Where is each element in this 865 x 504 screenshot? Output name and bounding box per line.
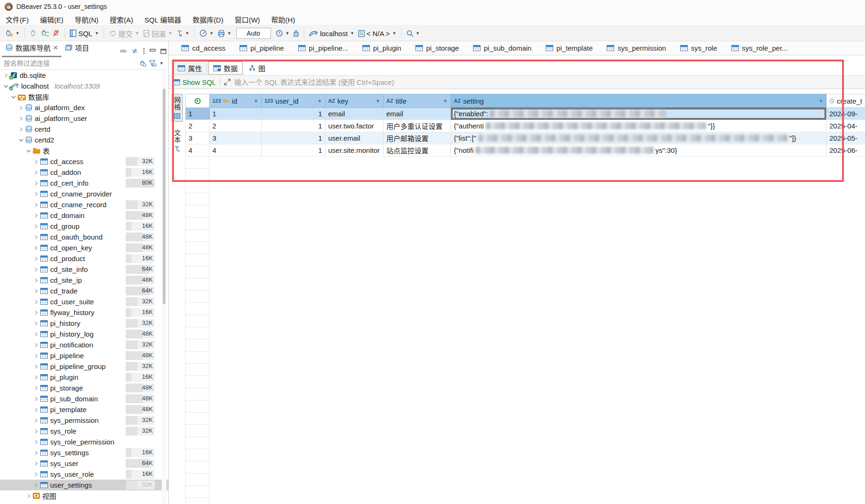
menu-item[interactable]: 帮助(H)	[266, 14, 301, 25]
cell-user-id[interactable]: 1	[262, 132, 325, 144]
chevron-right-icon[interactable]	[33, 202, 39, 208]
editor-tab-pi_pipeline[interactable]: pi_pipeline	[233, 41, 291, 55]
column-header-title[interactable]: AZtitle▼	[384, 94, 451, 108]
cell-id[interactable]: 2	[210, 120, 262, 132]
menu-item[interactable]: SQL 编辑器	[139, 14, 187, 25]
dropdown-arrow-icon[interactable]: ▼	[95, 31, 99, 36]
tree-item-flyway_history[interactable]: flyway_history16K	[0, 307, 168, 318]
expand-filter-icon[interactable]	[224, 79, 231, 85]
tree-item-pi_notification[interactable]: pi_notification32K	[0, 339, 168, 350]
tree-item-cd_access[interactable]: cd_access32K	[0, 156, 168, 167]
tree-item-cd_cname_provider[interactable]: cd_cname_provider	[0, 188, 168, 199]
chevron-right-icon[interactable]	[18, 115, 24, 122]
transaction-log-button[interactable]: ▼	[174, 29, 191, 38]
sql-filter-input[interactable]	[234, 78, 861, 86]
chevron-right-icon[interactable]	[33, 223, 39, 230]
chevron-right-icon[interactable]	[33, 385, 39, 391]
table-row[interactable]: 2 2 1 user.two.factor 用户多重认证设置 {"authent…	[185, 120, 865, 132]
cell-key[interactable]: user.email	[325, 132, 384, 144]
column-dropdown-icon[interactable]: ▼	[819, 98, 823, 104]
dropdown-arrow-icon[interactable]: ▼	[135, 31, 139, 36]
dropdown-arrow-icon[interactable]: ▼	[168, 31, 173, 36]
chevron-right-icon[interactable]	[33, 245, 39, 251]
commit-mode-select[interactable]: Auto	[236, 28, 271, 39]
tree-item-cd_user_suite[interactable]: cd_user_suite32K	[0, 296, 168, 307]
tree-item-sys_user_role[interactable]: sys_user_role16K	[0, 469, 168, 480]
funnel-filter-icon[interactable]	[149, 60, 157, 67]
cell-create-time[interactable]: 2025-05-	[827, 132, 865, 144]
tree-item-cd_site_info[interactable]: cd_site_info64K	[0, 264, 168, 275]
editor-tab-sys_role[interactable]: sys_role	[673, 41, 724, 55]
tree-item-clipped[interactable]	[0, 501, 168, 504]
connection-filter-input[interactable]	[2, 60, 139, 67]
chevron-right-icon[interactable]	[33, 158, 39, 165]
chevron-right-icon[interactable]	[25, 493, 32, 499]
dropdown-arrow-icon[interactable]: ▼	[159, 61, 164, 66]
cell-setting[interactable]: {"authenti"}}	[451, 120, 827, 132]
chevron-right-icon[interactable]	[33, 428, 39, 435]
chevron-right-icon[interactable]	[33, 309, 39, 316]
export-button[interactable]: ▼	[216, 29, 233, 38]
presentation-textview[interactable]: 文本	[172, 127, 183, 155]
chevron-right-icon[interactable]	[33, 212, 39, 219]
table-row[interactable]: 4 4 1 user.site.monitor 站点监控设置 {"notifiy…	[185, 144, 865, 157]
chevron-right-icon[interactable]	[33, 234, 39, 241]
row-number[interactable]: 4	[185, 144, 210, 157]
column-header-user_id[interactable]: 123user_id▼	[262, 94, 325, 108]
cell-title[interactable]: 站点监控设置	[384, 144, 451, 157]
performance-button[interactable]: ▼	[197, 28, 216, 38]
chevron-right-icon[interactable]	[33, 353, 39, 359]
commit-button[interactable]: 提交 ▼	[107, 27, 141, 40]
tree-item-cd_product[interactable]: cd_product16K	[0, 253, 168, 264]
dropdown-arrow-icon[interactable]: ▼	[227, 31, 232, 36]
tree-item-pi_history[interactable]: pi_history32K	[0, 318, 168, 329]
transaction-history-button[interactable]: ▼	[274, 28, 292, 38]
row-number[interactable]: 3	[185, 132, 210, 144]
column-dropdown-icon[interactable]: ▼	[317, 98, 322, 104]
tree-item-pi_template[interactable]: pi_template48K	[0, 404, 168, 415]
dropdown-arrow-icon[interactable]: ▼	[185, 31, 189, 36]
cell-setting[interactable]: {"notifiys":30}	[451, 144, 827, 157]
tree-item-sys_role[interactable]: sys_role32K	[0, 426, 168, 436]
chevron-right-icon[interactable]	[33, 331, 39, 338]
editor-tab-pi_sub_domain[interactable]: pi_sub_domain	[466, 41, 539, 55]
dropdown-arrow-icon[interactable]: ▼	[210, 31, 214, 36]
dropdown-arrow-icon[interactable]: ▼	[392, 31, 397, 36]
editor-tab-sys_permission[interactable]: sys_permission	[600, 41, 673, 55]
column-header-create_t[interactable]: create_t	[827, 94, 865, 108]
chevron-right-icon[interactable]	[33, 417, 39, 424]
cell-user-id[interactable]: 1	[262, 144, 325, 157]
chevron-right-icon[interactable]	[33, 482, 39, 489]
cell-setting[interactable]: {"enabled":	[451, 108, 827, 120]
result-tab-数据[interactable]: 数据	[208, 61, 243, 75]
tab-projects[interactable]: 项目	[61, 40, 93, 57]
scrollbar-thumb[interactable]	[163, 89, 165, 304]
database-selector[interactable]: < N/A > ▼	[356, 28, 399, 39]
tree-item-pi_history_log[interactable]: pi_history_log48K	[0, 329, 168, 339]
column-header-id[interactable]: 123id▼	[210, 94, 262, 108]
chevron-right-icon[interactable]	[33, 169, 39, 176]
tree-item-certd[interactable]: certd	[0, 124, 168, 135]
table-row[interactable]: 3 3 1 user.email 用户邮箱设置 {"list":[""]} 20…	[185, 132, 865, 144]
connection-selector[interactable]: localhost ▼	[307, 28, 356, 39]
chevron-right-icon[interactable]	[18, 126, 24, 133]
menu-item[interactable]: 编辑(E)	[34, 14, 69, 25]
column-dropdown-icon[interactable]: ▼	[376, 98, 380, 104]
row-number[interactable]: 1	[185, 108, 210, 120]
show-sql-button[interactable]: Show SQL	[173, 78, 216, 86]
cell-title[interactable]: 用户多重认证设置	[384, 120, 451, 132]
menu-item[interactable]: 数据库(D)	[187, 14, 229, 25]
view-menu-icon[interactable]	[143, 48, 145, 54]
chevron-right-icon[interactable]	[33, 320, 39, 327]
chevron-right-icon[interactable]	[33, 471, 39, 478]
editor-tab-sys_role_per[interactable]: sys_role_per...	[724, 41, 795, 55]
tree-item-cd_trade[interactable]: cd_trade64K	[0, 286, 168, 296]
tree-item-cd_addon[interactable]: cd_addon16K	[0, 167, 168, 178]
cell-key[interactable]: user.site.monitor	[325, 144, 384, 157]
tree-item-user_settings[interactable]: user_settings32K	[0, 480, 168, 490]
chevron-right-icon[interactable]	[3, 72, 9, 79]
chevron-right-icon[interactable]	[33, 406, 39, 413]
editor-tab-pi_template[interactable]: pi_template	[539, 41, 600, 55]
tree-item-cd_open_key[interactable]: cd_open_key48K	[0, 242, 168, 253]
table-row[interactable]: 1 1 1 email email {"enabled": 2024-09-	[185, 108, 865, 120]
